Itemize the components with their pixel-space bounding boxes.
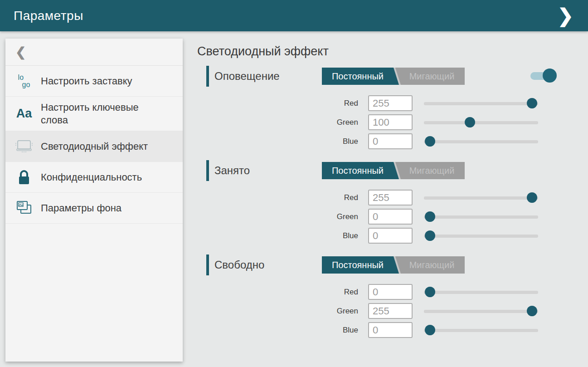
- chevron-right-icon[interactable]: ❯: [555, 5, 576, 26]
- red-label: Red: [197, 99, 358, 108]
- green-value-input[interactable]: [368, 303, 413, 319]
- blue-slider[interactable]: [424, 230, 538, 242]
- mode-segmented-control: Постоянный Мигающий: [322, 68, 465, 85]
- blue-slider[interactable]: [424, 136, 538, 147]
- lock-icon: [14, 169, 34, 186]
- mode-constant-button[interactable]: Постоянный: [322, 256, 394, 274]
- slider-thumb[interactable]: [527, 192, 537, 203]
- red-value-input[interactable]: [368, 284, 413, 300]
- blue-value-input[interactable]: [368, 322, 413, 338]
- mode-segmented-control: Постоянный Мигающий: [322, 256, 465, 274]
- red-slider[interactable]: [424, 286, 538, 298]
- slider-thumb[interactable]: [425, 325, 435, 335]
- sidebar-item-label: Настроить заставку: [34, 75, 132, 88]
- green-label: Green: [197, 307, 358, 316]
- slider-track: [424, 310, 538, 313]
- accent-bar: [206, 254, 209, 275]
- blue-label: Blue: [197, 326, 358, 335]
- section-busy: Занято Постоянный Мигающий Red Green: [197, 160, 588, 245]
- blue-channel-row: Blue: [197, 226, 588, 245]
- green-channel-row: Green: [197, 113, 588, 132]
- red-value-input[interactable]: [368, 95, 413, 111]
- blue-channel-row: Blue: [197, 321, 588, 340]
- red-channel-row: Red: [197, 188, 588, 207]
- red-value-input[interactable]: [368, 190, 413, 206]
- blue-value-input[interactable]: [368, 228, 413, 244]
- panel-title: Светодиодный эффект: [197, 44, 588, 59]
- blue-label: Blue: [197, 137, 358, 146]
- slider-thumb[interactable]: [425, 211, 435, 222]
- sidebar-item-label: Светодиодный эффект: [34, 140, 148, 153]
- slider-track: [424, 121, 538, 124]
- sidebar-item-background[interactable]: Параметры фона: [5, 193, 183, 224]
- slider-track: [424, 140, 538, 143]
- green-label: Green: [197, 118, 358, 127]
- slider-thumb[interactable]: [425, 287, 435, 297]
- mode-blinking-button[interactable]: Мигающий: [399, 162, 465, 179]
- slider-thumb[interactable]: [425, 136, 435, 147]
- sidebar-item-led-effect[interactable]: Светодиодный эффект: [5, 131, 183, 162]
- app-header: Параметры ❯: [0, 0, 588, 31]
- slider-thumb[interactable]: [465, 117, 475, 127]
- chevron-left-icon: ❮: [15, 46, 26, 59]
- slider-track: [424, 102, 538, 105]
- background-images-icon: [14, 200, 34, 217]
- slider-track: [424, 291, 538, 294]
- green-slider[interactable]: [424, 117, 538, 128]
- slider-track: [424, 196, 538, 200]
- red-channel-row: Red: [197, 94, 588, 113]
- red-slider[interactable]: [424, 98, 538, 109]
- slider-thumb[interactable]: [527, 98, 537, 108]
- green-slider[interactable]: [424, 211, 538, 223]
- green-channel-row: Green: [197, 302, 588, 321]
- sidebar-item-label: Настроить ключевые слова: [34, 101, 150, 126]
- red-channel-row: Red: [197, 283, 588, 302]
- settings-sidebar: ❮ logo Настроить заставку Aa Настроить к…: [5, 39, 183, 362]
- accent-bar: [206, 160, 209, 181]
- slider-track: [424, 215, 538, 219]
- sidebar-item-label: Параметры фона: [34, 202, 121, 215]
- logo-icon: logo: [14, 74, 34, 88]
- slider-track: [424, 235, 538, 238]
- slider-track: [424, 329, 538, 332]
- sidebar-item-keywords[interactable]: Aa Настроить ключевые слова: [5, 97, 183, 131]
- green-value-input[interactable]: [368, 114, 413, 130]
- red-label: Red: [197, 193, 358, 202]
- slider-thumb[interactable]: [527, 306, 537, 316]
- led-effect-panel: Светодиодный эффект Оповещение Постоянны…: [197, 44, 588, 349]
- section-title: Оповещение: [214, 70, 280, 83]
- sidebar-item-label: Конфиденциальность: [34, 171, 142, 184]
- blue-value-input[interactable]: [368, 133, 413, 149]
- mode-blinking-button[interactable]: Мигающий: [399, 68, 465, 85]
- blue-slider[interactable]: [424, 324, 538, 336]
- sidebar-item-privacy[interactable]: Конфиденциальность: [5, 162, 183, 193]
- section-free: Свободно Постоянный Мигающий Red Green: [197, 254, 588, 340]
- green-label: Green: [197, 212, 358, 221]
- switch-knob: [543, 69, 557, 83]
- letters-icon: Aa: [14, 108, 34, 120]
- accent-bar: [206, 66, 209, 87]
- notification-toggle-switch[interactable]: [530, 69, 557, 83]
- mode-blinking-button[interactable]: Мигающий: [399, 256, 465, 274]
- green-value-input[interactable]: [368, 209, 413, 225]
- section-notification: Оповещение Постоянный Мигающий Red Green: [197, 66, 588, 151]
- red-label: Red: [197, 288, 358, 297]
- mode-constant-button[interactable]: Постоянный: [322, 162, 394, 179]
- sidebar-item-screensaver[interactable]: logo Настроить заставку: [5, 66, 183, 97]
- green-slider[interactable]: [424, 305, 538, 317]
- blue-label: Blue: [197, 231, 358, 240]
- red-slider[interactable]: [424, 192, 538, 204]
- page-title: Параметры: [14, 9, 83, 23]
- section-title: Занято: [214, 164, 250, 177]
- mode-segmented-control: Постоянный Мигающий: [322, 162, 465, 179]
- green-channel-row: Green: [197, 207, 588, 226]
- sidebar-back-button[interactable]: ❮: [5, 39, 183, 66]
- mode-constant-button[interactable]: Постоянный: [322, 68, 394, 85]
- led-screen-icon: [14, 139, 34, 154]
- section-title: Свободно: [214, 259, 264, 271]
- blue-channel-row: Blue: [197, 132, 588, 151]
- slider-thumb[interactable]: [425, 230, 435, 241]
